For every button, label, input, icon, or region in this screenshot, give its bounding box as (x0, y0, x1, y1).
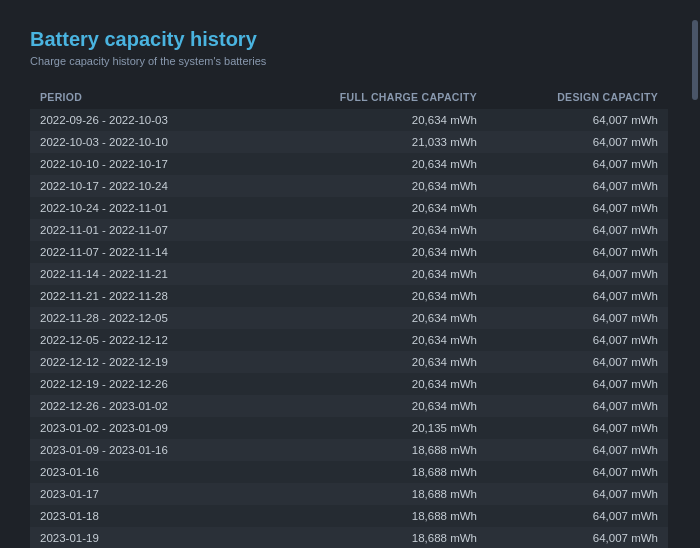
table-row: 2022-11-01 - 2022-11-0720,634 mWh64,007 … (30, 219, 668, 241)
page-title: Battery capacity history (30, 28, 668, 51)
cell-design-capacity: 64,007 mWh (487, 219, 668, 241)
cell-design-capacity: 64,007 mWh (487, 197, 668, 219)
cell-period: 2022-10-17 - 2022-10-24 (30, 175, 252, 197)
cell-full-charge: 18,688 mWh (252, 461, 487, 483)
cell-period: 2023-01-18 (30, 505, 252, 527)
cell-full-charge: 18,688 mWh (252, 527, 487, 548)
cell-full-charge: 20,634 mWh (252, 153, 487, 175)
col-full-charge: FULL CHARGE CAPACITY (252, 85, 487, 109)
cell-design-capacity: 64,007 mWh (487, 351, 668, 373)
cell-period: 2022-10-03 - 2022-10-10 (30, 131, 252, 153)
cell-period: 2022-12-05 - 2022-12-12 (30, 329, 252, 351)
cell-period: 2022-11-21 - 2022-11-28 (30, 285, 252, 307)
cell-full-charge: 20,634 mWh (252, 219, 487, 241)
cell-period: 2022-11-01 - 2022-11-07 (30, 219, 252, 241)
cell-period: 2022-12-19 - 2022-12-26 (30, 373, 252, 395)
cell-period: 2022-12-12 - 2022-12-19 (30, 351, 252, 373)
cell-full-charge: 20,634 mWh (252, 175, 487, 197)
cell-period: 2022-10-10 - 2022-10-17 (30, 153, 252, 175)
cell-design-capacity: 64,007 mWh (487, 373, 668, 395)
table-row: 2022-11-07 - 2022-11-1420,634 mWh64,007 … (30, 241, 668, 263)
cell-period: 2022-11-07 - 2022-11-14 (30, 241, 252, 263)
table-row: 2022-12-26 - 2023-01-0220,634 mWh64,007 … (30, 395, 668, 417)
cell-full-charge: 20,634 mWh (252, 263, 487, 285)
table-header-row: PERIOD FULL CHARGE CAPACITY DESIGN CAPAC… (30, 85, 668, 109)
cell-design-capacity: 64,007 mWh (487, 329, 668, 351)
cell-full-charge: 20,634 mWh (252, 241, 487, 263)
cell-full-charge: 20,634 mWh (252, 285, 487, 307)
cell-design-capacity: 64,007 mWh (487, 461, 668, 483)
content-area[interactable]: Battery capacity history Charge capacity… (0, 0, 688, 548)
cell-design-capacity: 64,007 mWh (487, 505, 668, 527)
cell-period: 2022-12-26 - 2023-01-02 (30, 395, 252, 417)
col-period: PERIOD (30, 85, 252, 109)
cell-full-charge: 18,688 mWh (252, 439, 487, 461)
cell-full-charge: 20,634 mWh (252, 307, 487, 329)
scrollbar-area[interactable] (688, 0, 700, 548)
cell-period: 2022-09-26 - 2022-10-03 (30, 109, 252, 131)
cell-full-charge: 18,688 mWh (252, 483, 487, 505)
cell-full-charge: 21,033 mWh (252, 131, 487, 153)
table-row: 2022-12-05 - 2022-12-1220,634 mWh64,007 … (30, 329, 668, 351)
cell-design-capacity: 64,007 mWh (487, 307, 668, 329)
table-row: 2022-10-17 - 2022-10-2420,634 mWh64,007 … (30, 175, 668, 197)
cell-period: 2022-10-24 - 2022-11-01 (30, 197, 252, 219)
cell-design-capacity: 64,007 mWh (487, 109, 668, 131)
cell-design-capacity: 64,007 mWh (487, 285, 668, 307)
cell-design-capacity: 64,007 mWh (487, 527, 668, 548)
cell-design-capacity: 64,007 mWh (487, 131, 668, 153)
table-row: 2023-01-1618,688 mWh64,007 mWh (30, 461, 668, 483)
cell-full-charge: 20,634 mWh (252, 351, 487, 373)
cell-period: 2022-11-28 - 2022-12-05 (30, 307, 252, 329)
cell-period: 2023-01-09 - 2023-01-16 (30, 439, 252, 461)
table-row: 2022-11-28 - 2022-12-0520,634 mWh64,007 … (30, 307, 668, 329)
battery-table: PERIOD FULL CHARGE CAPACITY DESIGN CAPAC… (30, 85, 668, 548)
cell-full-charge: 20,634 mWh (252, 329, 487, 351)
table-row: 2023-01-1718,688 mWh64,007 mWh (30, 483, 668, 505)
cell-full-charge: 20,135 mWh (252, 417, 487, 439)
table-row: 2022-09-26 - 2022-10-0320,634 mWh64,007 … (30, 109, 668, 131)
cell-design-capacity: 64,007 mWh (487, 175, 668, 197)
cell-full-charge: 20,634 mWh (252, 109, 487, 131)
cell-design-capacity: 64,007 mWh (487, 483, 668, 505)
table-row: 2023-01-02 - 2023-01-0920,135 mWh64,007 … (30, 417, 668, 439)
cell-design-capacity: 64,007 mWh (487, 241, 668, 263)
cell-design-capacity: 64,007 mWh (487, 153, 668, 175)
cell-full-charge: 20,634 mWh (252, 395, 487, 417)
cell-full-charge: 18,688 mWh (252, 505, 487, 527)
cell-period: 2023-01-16 (30, 461, 252, 483)
page-container: Battery capacity history Charge capacity… (0, 0, 700, 548)
table-row: 2022-10-24 - 2022-11-0120,634 mWh64,007 … (30, 197, 668, 219)
table-row: 2022-10-03 - 2022-10-1021,033 mWh64,007 … (30, 131, 668, 153)
table-row: 2023-01-09 - 2023-01-1618,688 mWh64,007 … (30, 439, 668, 461)
table-row: 2022-11-21 - 2022-11-2820,634 mWh64,007 … (30, 285, 668, 307)
table-row: 2022-10-10 - 2022-10-1720,634 mWh64,007 … (30, 153, 668, 175)
cell-design-capacity: 64,007 mWh (487, 439, 668, 461)
cell-design-capacity: 64,007 mWh (487, 395, 668, 417)
cell-full-charge: 20,634 mWh (252, 373, 487, 395)
cell-full-charge: 20,634 mWh (252, 197, 487, 219)
col-design: DESIGN CAPACITY (487, 85, 668, 109)
table-row: 2022-12-19 - 2022-12-2620,634 mWh64,007 … (30, 373, 668, 395)
cell-period: 2023-01-02 - 2023-01-09 (30, 417, 252, 439)
page-subtitle: Charge capacity history of the system's … (30, 55, 668, 67)
cell-period: 2022-11-14 - 2022-11-21 (30, 263, 252, 285)
scrollbar-thumb[interactable] (692, 20, 698, 100)
table-row: 2022-11-14 - 2022-11-2120,634 mWh64,007 … (30, 263, 668, 285)
table-row: 2022-12-12 - 2022-12-1920,634 mWh64,007 … (30, 351, 668, 373)
table-row: 2023-01-1918,688 mWh64,007 mWh (30, 527, 668, 548)
cell-period: 2023-01-17 (30, 483, 252, 505)
table-row: 2023-01-1818,688 mWh64,007 mWh (30, 505, 668, 527)
cell-period: 2023-01-19 (30, 527, 252, 548)
cell-design-capacity: 64,007 mWh (487, 263, 668, 285)
cell-design-capacity: 64,007 mWh (487, 417, 668, 439)
